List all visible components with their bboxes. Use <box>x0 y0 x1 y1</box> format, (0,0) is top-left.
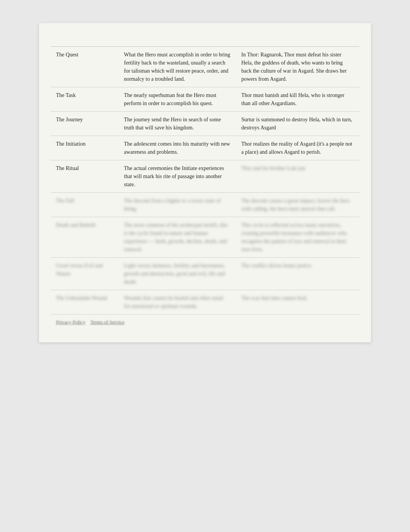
table-wrapper: The Quest What the Hero must accomplish … <box>51 39 359 327</box>
cell-archetype: The Journey <box>51 112 119 136</box>
table-row: The Initiation The adolescent comes into… <box>51 136 359 160</box>
terms-link[interactable]: Terms of Service <box>90 319 125 325</box>
cell-example: This cycle is reflected across many narr… <box>236 217 359 258</box>
cell-description: The actual ceremonies the Initiate exper… <box>119 160 236 193</box>
cell-example: The scar that time cannot heal. <box>236 290 359 314</box>
table-row: Death and Rebirth The most common of the… <box>51 217 359 258</box>
table-row: The Task The nearly superhuman feat the … <box>51 87 359 112</box>
table-row: The Quest What the Hero must accomplish … <box>51 47 359 87</box>
cell-example: Thor and his brother Loki put <box>236 160 359 193</box>
footer-links: Privacy Policy Terms of Service <box>51 318 359 327</box>
cell-archetype: Death and Rebirth <box>51 217 119 258</box>
cell-description: The descent from a higher to a lower sta… <box>119 193 236 217</box>
cell-description: Wounds that cannot be healed and often s… <box>119 290 236 314</box>
cell-example: Surtur is summoned to destroy Hela, whic… <box>236 112 359 136</box>
cell-example: Thor must banish and kill Hela, who is s… <box>236 87 359 112</box>
header-description <box>119 39 236 47</box>
table-row: The Fall The descent from a higher to a … <box>51 193 359 217</box>
cell-description: The most common of the archetypal motifs… <box>119 217 236 258</box>
cell-description: Light versus darkness, fertility and bar… <box>119 258 236 290</box>
cell-archetype: Good versus Evil and Nature <box>51 258 119 290</box>
page-container: The Quest What the Hero must accomplish … <box>39 23 371 342</box>
cell-example: Thor realizes the reality of Asgard (it'… <box>236 136 359 160</box>
cell-archetype: The Ritual <box>51 160 119 193</box>
cell-example: The descent causes a great impact, leave… <box>236 193 359 217</box>
cell-archetype: The Initiation <box>51 136 119 160</box>
header-archetype <box>51 39 119 47</box>
table-row: The Journey The journey send the Hero in… <box>51 112 359 136</box>
cell-description: What the Hero must accomplish in order t… <box>119 47 236 87</box>
cell-description: The nearly superhuman feat the Hero must… <box>119 87 236 112</box>
cell-archetype: The Quest <box>51 47 119 87</box>
cell-description: The journey send the Hero in search of s… <box>119 112 236 136</box>
cell-example: The conflict drives home justice. <box>236 258 359 290</box>
cell-archetype: The Unhealable Wound <box>51 290 119 314</box>
cell-description: The adolescent comes into his maturity w… <box>119 136 236 160</box>
table-row: The Unhealable Wound Wounds that cannot … <box>51 290 359 314</box>
table-row: Good versus Evil and Nature Light versus… <box>51 258 359 290</box>
privacy-policy-link[interactable]: Privacy Policy <box>56 319 85 325</box>
cell-archetype: The Fall <box>51 193 119 217</box>
archetype-table: The Quest What the Hero must accomplish … <box>51 39 359 314</box>
header-example <box>236 39 359 47</box>
cell-archetype: The Task <box>51 87 119 112</box>
table-row: The Ritual The actual ceremonies the Ini… <box>51 160 359 193</box>
cell-example: In Thor: Ragnarok, Thor must defeat his … <box>236 47 359 87</box>
